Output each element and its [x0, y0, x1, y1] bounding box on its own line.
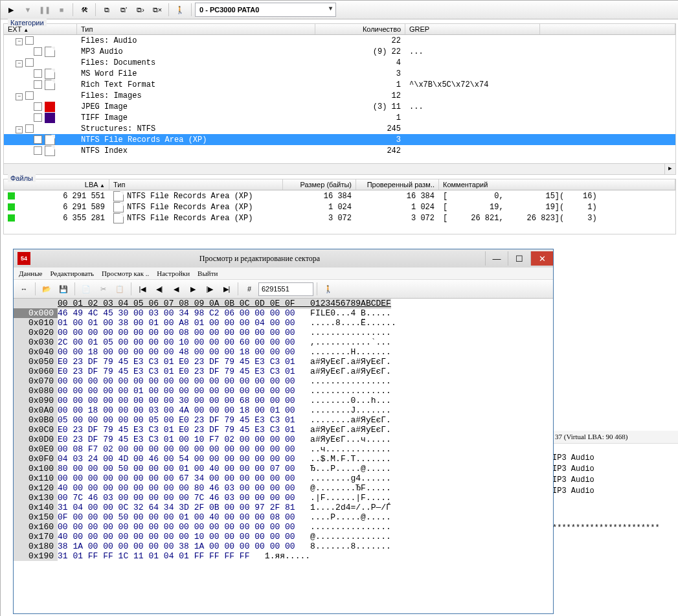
- hex-row[interactable]: 0x050E0 23 DF 79 45 E3 C3 01 E0 23 DF 79…: [14, 357, 553, 367]
- hex-row[interactable]: 0x19031 01 FF FF 1C 11 01 04 01 FF FF FF…: [14, 551, 553, 561]
- checkbox[interactable]: [25, 36, 34, 45]
- category-row[interactable]: −Files: Audio22: [4, 35, 675, 46]
- hex-ascii[interactable]: ....Р.....@.....: [310, 512, 391, 522]
- hex-bytes[interactable]: 00 00 00 00 00 01 00 00 00 00 00 00 00 0…: [58, 386, 295, 396]
- save-icon[interactable]: 💾: [56, 281, 71, 297]
- hex-bytes[interactable]: 01 00 01 00 38 00 01 00 A8 01 00 00 00 0…: [58, 318, 295, 328]
- tools-icon[interactable]: 🛠: [76, 2, 92, 17]
- hex-row[interactable]: 0x0F004 03 24 00 4D 00 46 00 54 00 00 00…: [14, 454, 553, 464]
- next-icon[interactable]: ▶: [185, 281, 201, 297]
- checkbox[interactable]: [25, 91, 34, 100]
- hex-ascii[interactable]: ........J.......: [310, 405, 391, 415]
- checkbox[interactable]: [34, 69, 42, 78]
- hex-bytes[interactable]: 00 00 00 00 00 00 00 00 67 34 00 00 00 0…: [58, 473, 295, 483]
- hex-row[interactable]: 0x0302C 00 01 05 00 00 00 00 10 00 00 00…: [14, 337, 553, 347]
- close-button[interactable]: ✕: [530, 251, 553, 266]
- menubar[interactable]: Данные Редактировать Просмотр как .. Нас…: [14, 268, 553, 280]
- hex-bytes[interactable]: E0 23 DF 79 45 E3 C3 01 E0 23 DF 79 45 E…: [58, 357, 295, 367]
- hex-bytes[interactable]: 31 01 FF FF 1C 11 01 04 01 FF FF FF FF: [58, 551, 249, 561]
- file-row[interactable]: 6 291 589NTFS File Records Area (XP)1 02…: [4, 201, 675, 212]
- categories-tree[interactable]: −Files: Audio22MP3 Audio(9) 22...−Files:…: [4, 35, 675, 163]
- exit-icon[interactable]: 🚶: [172, 2, 188, 17]
- play-alt-icon[interactable]: ▼: [20, 2, 36, 17]
- utility1-icon[interactable]: ⧉: [99, 2, 115, 17]
- utility3-icon[interactable]: ⧉›: [133, 2, 148, 17]
- hex-ascii[interactable]: @...............: [310, 532, 391, 542]
- play-icon[interactable]: ▶: [3, 2, 19, 17]
- utility4-icon[interactable]: ⧉×: [150, 2, 165, 17]
- expand-icon[interactable]: −: [16, 93, 23, 100]
- hex-ascii[interactable]: ........а#ЯуЕєГ.: [310, 415, 391, 425]
- category-row[interactable]: −Files: Images12: [4, 90, 675, 101]
- first-icon[interactable]: |◀: [135, 281, 150, 297]
- hex-row[interactable]: 0x10080 00 00 00 50 00 00 00 01 00 40 00…: [14, 464, 553, 473]
- hex-bytes[interactable]: 00 08 F7 02 00 00 00 00 00 00 00 00 00 0…: [58, 444, 295, 454]
- hex-view[interactable]: 00 01 02 03 04 05 06 07 08 09 0A 0B 0C 0…: [14, 299, 553, 613]
- minimize-button[interactable]: —: [485, 251, 508, 266]
- hex-row[interactable]: 0x00046 49 4C 45 30 00 03 00 34 98 C2 06…: [14, 308, 553, 318]
- hex-ascii[interactable]: ................: [310, 376, 391, 386]
- hex-ascii[interactable]: .|F......|F.....: [310, 493, 391, 503]
- hex-ascii[interactable]: ..ч.............: [310, 444, 391, 454]
- hex-ascii[interactable]: а#ЯуЕєГ.а#ЯуЕєГ.: [310, 425, 391, 435]
- source-combo[interactable]: 0 - PC3000 PATA0: [195, 3, 336, 17]
- hex-row[interactable]: 0x17040 00 00 00 00 00 00 00 00 10 00 00…: [14, 532, 553, 542]
- goto-input[interactable]: [258, 282, 313, 296]
- hex-row[interactable]: 0x11000 00 00 00 00 00 00 00 67 34 00 00…: [14, 473, 553, 483]
- category-row[interactable]: −Files: Documents4: [4, 57, 675, 68]
- hex-row[interactable]: 0x0A000 00 18 00 00 00 03 00 4A 00 00 00…: [14, 405, 553, 415]
- hex-row[interactable]: 0x18038 1A 00 00 00 00 00 00 38 1A 00 00…: [14, 542, 553, 551]
- checkbox[interactable]: [34, 102, 42, 111]
- category-row[interactable]: Rich Text Format1^\x7B\x5C\x72\x74: [4, 79, 675, 90]
- hex-row[interactable]: 0x01001 00 01 00 38 00 01 00 A8 01 00 00…: [14, 318, 553, 328]
- checkbox[interactable]: [34, 80, 42, 89]
- hex-ascii[interactable]: ........0...h...: [310, 396, 391, 405]
- checkbox[interactable]: [25, 124, 34, 133]
- checkbox[interactable]: [34, 113, 42, 122]
- hex-ascii[interactable]: 1.яя.....: [265, 551, 310, 561]
- expand-icon[interactable]: −: [16, 126, 23, 133]
- checkbox[interactable]: [34, 47, 42, 56]
- file-row[interactable]: 6 291 551NTFS File Records Area (XP)16 3…: [4, 190, 675, 201]
- category-row[interactable]: TIFF Image1: [4, 112, 675, 123]
- hex-bytes[interactable]: 46 49 4C 45 30 00 03 00 34 98 C2 06 00 0…: [58, 308, 295, 318]
- menu-data[interactable]: Данные: [19, 269, 42, 277]
- hex-bytes[interactable]: 31 04 00 00 0C 32 64 34 3D 2F 0B 00 00 9…: [58, 503, 295, 512]
- open-icon[interactable]: 📂: [39, 281, 54, 297]
- hex-bytes[interactable]: E0 23 DF 79 45 E3 C3 01 E0 23 DF 79 45 E…: [58, 425, 295, 435]
- expand-icon[interactable]: −: [16, 38, 23, 45]
- categories-header[interactable]: EXT ▲ Тип Количество GREP: [4, 24, 675, 35]
- hex-bytes[interactable]: 00 00 00 00 00 00 00 00 00 00 00 00 00 0…: [58, 522, 295, 532]
- hex-bytes[interactable]: 04 03 24 00 4D 00 46 00 54 00 00 00 00 0…: [58, 454, 295, 464]
- hex-ascii[interactable]: ................: [310, 328, 391, 337]
- hex-row[interactable]: 0x12040 00 00 00 00 00 00 00 00 80 46 03…: [14, 483, 553, 493]
- hex-bytes[interactable]: 00 00 00 00 00 00 00 00 00 00 00 00 00 0…: [58, 376, 295, 386]
- hex-ascii[interactable]: ........H.......: [310, 347, 391, 357]
- utility2-icon[interactable]: ⧉': [116, 2, 131, 17]
- hex-bytes[interactable]: 38 1A 00 00 00 00 00 00 38 1A 00 00 00 0…: [58, 542, 295, 551]
- category-row[interactable]: JPEG Image(3) 11...: [4, 101, 675, 112]
- category-row[interactable]: NTFS Index242: [4, 145, 675, 156]
- hex-bytes[interactable]: 00 00 18 00 00 00 03 00 4A 00 00 00 18 0…: [58, 405, 295, 415]
- hex-ascii[interactable]: 8.......8.......: [310, 542, 391, 551]
- scroll-right-icon[interactable]: ▸: [664, 164, 675, 174]
- menu-settings[interactable]: Настройки: [157, 269, 190, 277]
- hex-ascii[interactable]: Ђ...Р.....@.....: [310, 464, 391, 473]
- hex-row[interactable]: 0x08000 00 00 00 00 01 00 00 00 00 00 00…: [14, 386, 553, 396]
- hex-bytes[interactable]: 0F 00 00 00 50 00 00 00 01 00 40 00 00 0…: [58, 512, 295, 522]
- hex-ascii[interactable]: ................: [310, 386, 391, 396]
- checkbox[interactable]: [34, 146, 42, 155]
- byte-width-icon[interactable]: ↔: [16, 281, 32, 297]
- hex-bytes[interactable]: 05 00 00 00 00 00 05 00 E0 23 DF 79 45 E…: [58, 415, 295, 425]
- hex-row[interactable]: 0x0C0E0 23 DF 79 45 E3 C3 01 E0 23 DF 79…: [14, 425, 553, 435]
- menu-exit[interactable]: Выйти: [198, 269, 218, 277]
- files-header[interactable]: LBA ▲ Тип Размер (байты) Проверенный раз…: [4, 179, 675, 190]
- hex-bytes[interactable]: 00 00 18 00 00 00 00 00 48 00 00 00 18 0…: [58, 347, 295, 357]
- hex-ascii[interactable]: ................: [310, 522, 391, 532]
- menu-viewas[interactable]: Просмотр как ..: [102, 269, 149, 277]
- hex-bytes[interactable]: 00 00 00 00 00 00 00 00 30 00 00 00 68 0…: [58, 396, 295, 405]
- hex-ascii[interactable]: ..$.M.F.T.......: [310, 454, 391, 464]
- hex-bytes[interactable]: E0 23 DF 79 45 E3 C3 01 00 10 F7 02 00 0…: [58, 435, 295, 444]
- hex-row[interactable]: 0x0E000 08 F7 02 00 00 00 00 00 00 00 00…: [14, 444, 553, 454]
- hex-row[interactable]: 0x1500F 00 00 00 50 00 00 00 01 00 40 00…: [14, 512, 553, 522]
